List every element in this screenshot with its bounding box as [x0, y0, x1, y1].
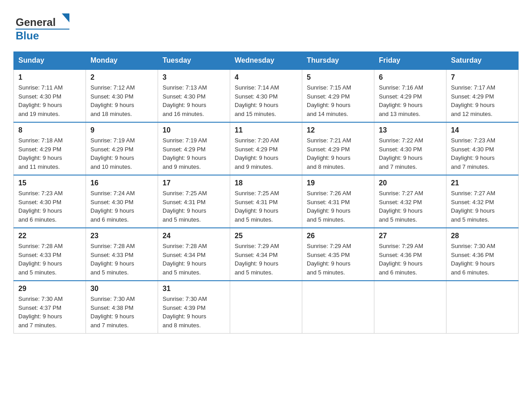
- day-number: 15: [18, 179, 81, 187]
- day-info: Sunrise: 7:30 AMSunset: 4:36 PMDaylight:…: [451, 242, 514, 277]
- calendar-cell: 11Sunrise: 7:20 AMSunset: 4:29 PMDayligh…: [230, 122, 302, 175]
- day-number: 26: [307, 232, 369, 240]
- day-info: Sunrise: 7:30 AMSunset: 4:37 PMDaylight:…: [18, 295, 81, 330]
- day-info: Sunrise: 7:16 AMSunset: 4:29 PMDaylight:…: [379, 83, 442, 118]
- day-info: Sunrise: 7:28 AMSunset: 4:33 PMDaylight:…: [18, 242, 81, 277]
- calendar-cell: 10Sunrise: 7:19 AMSunset: 4:29 PMDayligh…: [158, 122, 230, 175]
- calendar-cell: 4Sunrise: 7:14 AMSunset: 4:30 PMDaylight…: [230, 69, 302, 122]
- calendar-cell: 14Sunrise: 7:23 AMSunset: 4:30 PMDayligh…: [446, 122, 519, 175]
- calendar-cell: 20Sunrise: 7:27 AMSunset: 4:32 PMDayligh…: [374, 175, 446, 228]
- day-info: Sunrise: 7:29 AMSunset: 4:34 PMDaylight:…: [235, 242, 297, 277]
- calendar-cell: [302, 281, 374, 334]
- svg-text:Blue: Blue: [16, 30, 39, 42]
- day-number: 24: [163, 232, 225, 240]
- calendar-cell: 6Sunrise: 7:16 AMSunset: 4:29 PMDaylight…: [374, 69, 446, 122]
- calendar-cell: 15Sunrise: 7:23 AMSunset: 4:30 PMDayligh…: [14, 175, 86, 228]
- calendar-cell: 5Sunrise: 7:15 AMSunset: 4:29 PMDaylight…: [302, 69, 374, 122]
- calendar-cell: 31Sunrise: 7:30 AMSunset: 4:39 PMDayligh…: [158, 281, 230, 334]
- calendar-cell: 19Sunrise: 7:26 AMSunset: 4:31 PMDayligh…: [302, 175, 374, 228]
- day-info: Sunrise: 7:28 AMSunset: 4:33 PMDaylight:…: [90, 242, 153, 277]
- day-number: 14: [451, 126, 514, 134]
- calendar-cell: 17Sunrise: 7:25 AMSunset: 4:31 PMDayligh…: [158, 175, 230, 228]
- day-number: 16: [90, 179, 153, 187]
- day-info: Sunrise: 7:19 AMSunset: 4:29 PMDaylight:…: [163, 136, 225, 171]
- day-number: 2: [90, 73, 153, 81]
- day-number: 13: [379, 126, 442, 134]
- header-day-thursday: Thursday: [302, 52, 374, 70]
- calendar-cell: 27Sunrise: 7:29 AMSunset: 4:36 PMDayligh…: [374, 228, 446, 281]
- week-row-5: 29Sunrise: 7:30 AMSunset: 4:37 PMDayligh…: [14, 281, 519, 334]
- day-info: Sunrise: 7:22 AMSunset: 4:30 PMDaylight:…: [379, 136, 442, 171]
- day-info: Sunrise: 7:25 AMSunset: 4:31 PMDaylight:…: [235, 189, 297, 224]
- calendar-cell: 13Sunrise: 7:22 AMSunset: 4:30 PMDayligh…: [374, 122, 446, 175]
- day-number: 7: [451, 73, 514, 81]
- calendar-cell: 29Sunrise: 7:30 AMSunset: 4:37 PMDayligh…: [14, 281, 86, 334]
- calendar-cell: 25Sunrise: 7:29 AMSunset: 4:34 PMDayligh…: [230, 228, 302, 281]
- calendar-cell: 9Sunrise: 7:19 AMSunset: 4:29 PMDaylight…: [86, 122, 158, 175]
- calendar-cell: 28Sunrise: 7:30 AMSunset: 4:36 PMDayligh…: [446, 228, 519, 281]
- day-info: Sunrise: 7:29 AMSunset: 4:35 PMDaylight:…: [307, 242, 369, 277]
- svg-text:General: General: [16, 16, 56, 28]
- calendar-cell: 21Sunrise: 7:27 AMSunset: 4:32 PMDayligh…: [446, 175, 519, 228]
- day-number: 20: [379, 179, 442, 187]
- day-info: Sunrise: 7:25 AMSunset: 4:31 PMDaylight:…: [163, 189, 225, 224]
- header-day-tuesday: Tuesday: [158, 52, 230, 70]
- day-info: Sunrise: 7:23 AMSunset: 4:30 PMDaylight:…: [18, 189, 81, 224]
- day-number: 17: [163, 179, 225, 187]
- calendar-table: SundayMondayTuesdayWednesdayThursdayFrid…: [13, 51, 519, 334]
- page-header: General Blue: [13, 9, 519, 43]
- day-number: 10: [163, 126, 225, 134]
- calendar-cell: 18Sunrise: 7:25 AMSunset: 4:31 PMDayligh…: [230, 175, 302, 228]
- day-number: 29: [18, 285, 81, 293]
- day-number: 3: [163, 73, 225, 81]
- day-info: Sunrise: 7:30 AMSunset: 4:38 PMDaylight:…: [90, 295, 153, 330]
- day-info: Sunrise: 7:17 AMSunset: 4:29 PMDaylight:…: [451, 83, 514, 118]
- day-number: 23: [90, 232, 153, 240]
- day-number: 25: [235, 232, 297, 240]
- week-row-1: 1Sunrise: 7:11 AMSunset: 4:30 PMDaylight…: [14, 69, 519, 122]
- day-info: Sunrise: 7:11 AMSunset: 4:30 PMDaylight:…: [18, 83, 81, 118]
- calendar-header-row: SundayMondayTuesdayWednesdayThursdayFrid…: [14, 52, 519, 70]
- calendar-cell: [446, 281, 519, 334]
- day-number: 4: [235, 73, 297, 81]
- day-info: Sunrise: 7:26 AMSunset: 4:31 PMDaylight:…: [307, 189, 369, 224]
- day-info: Sunrise: 7:18 AMSunset: 4:29 PMDaylight:…: [18, 136, 81, 171]
- calendar-cell: 22Sunrise: 7:28 AMSunset: 4:33 PMDayligh…: [14, 228, 86, 281]
- calendar-cell: 12Sunrise: 7:21 AMSunset: 4:29 PMDayligh…: [302, 122, 374, 175]
- week-row-3: 15Sunrise: 7:23 AMSunset: 4:30 PMDayligh…: [14, 175, 519, 228]
- calendar-cell: 23Sunrise: 7:28 AMSunset: 4:33 PMDayligh…: [86, 228, 158, 281]
- calendar-cell: 24Sunrise: 7:28 AMSunset: 4:34 PMDayligh…: [158, 228, 230, 281]
- calendar-cell: 30Sunrise: 7:30 AMSunset: 4:38 PMDayligh…: [86, 281, 158, 334]
- day-number: 30: [90, 285, 153, 293]
- day-info: Sunrise: 7:13 AMSunset: 4:30 PMDaylight:…: [163, 83, 225, 118]
- logo: General Blue: [13, 9, 72, 43]
- day-number: 11: [235, 126, 297, 134]
- calendar-cell: [230, 281, 302, 334]
- day-number: 8: [18, 126, 81, 134]
- header-day-friday: Friday: [374, 52, 446, 70]
- header-day-wednesday: Wednesday: [230, 52, 302, 70]
- day-info: Sunrise: 7:29 AMSunset: 4:36 PMDaylight:…: [379, 242, 442, 277]
- logo-svg: General Blue: [13, 9, 72, 43]
- day-number: 31: [163, 285, 225, 293]
- day-info: Sunrise: 7:27 AMSunset: 4:32 PMDaylight:…: [379, 189, 442, 224]
- calendar-cell: 26Sunrise: 7:29 AMSunset: 4:35 PMDayligh…: [302, 228, 374, 281]
- day-number: 21: [451, 179, 514, 187]
- day-info: Sunrise: 7:14 AMSunset: 4:30 PMDaylight:…: [235, 83, 297, 118]
- day-info: Sunrise: 7:24 AMSunset: 4:30 PMDaylight:…: [90, 189, 153, 224]
- header-day-monday: Monday: [86, 52, 158, 70]
- calendar-cell: 8Sunrise: 7:18 AMSunset: 4:29 PMDaylight…: [14, 122, 86, 175]
- week-row-4: 22Sunrise: 7:28 AMSunset: 4:33 PMDayligh…: [14, 228, 519, 281]
- day-info: Sunrise: 7:12 AMSunset: 4:30 PMDaylight:…: [90, 83, 153, 118]
- week-row-2: 8Sunrise: 7:18 AMSunset: 4:29 PMDaylight…: [14, 122, 519, 175]
- calendar-cell: 3Sunrise: 7:13 AMSunset: 4:30 PMDaylight…: [158, 69, 230, 122]
- day-info: Sunrise: 7:21 AMSunset: 4:29 PMDaylight:…: [307, 136, 369, 171]
- day-number: 5: [307, 73, 369, 81]
- day-number: 6: [379, 73, 442, 81]
- day-info: Sunrise: 7:20 AMSunset: 4:29 PMDaylight:…: [235, 136, 297, 171]
- calendar-cell: 16Sunrise: 7:24 AMSunset: 4:30 PMDayligh…: [86, 175, 158, 228]
- day-info: Sunrise: 7:23 AMSunset: 4:30 PMDaylight:…: [451, 136, 514, 171]
- calendar-cell: [374, 281, 446, 334]
- day-number: 22: [18, 232, 81, 240]
- day-number: 19: [307, 179, 369, 187]
